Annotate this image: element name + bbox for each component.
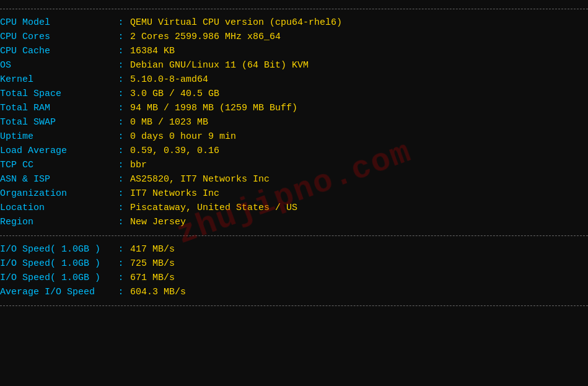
system-label-10: TCP CC <box>0 158 112 172</box>
system-info-table: CPU Model : QEMU Virtual CPU version (cp… <box>0 15 588 229</box>
table-row: Average I/O Speed : 604.3 MB/s <box>0 285 588 299</box>
table-row: ASN & ISP : AS25820, IT7 Networks Inc <box>0 172 588 186</box>
system-label-7: Total SWAP <box>0 115 112 129</box>
system-value-11: AS25820, IT7 Networks Inc <box>130 172 588 186</box>
io-colon-2: : <box>112 271 130 285</box>
system-value-4: 5.10.0-8-amd64 <box>130 72 588 87</box>
system-label-5: Total Space <box>0 87 112 101</box>
table-row: Total RAM : 94 MB / 1998 MB (1259 MB Buf… <box>0 101 588 115</box>
system-label-4: Kernel <box>0 72 112 87</box>
system-label-12: Organization <box>0 186 112 201</box>
system-colon-8: : <box>112 129 130 144</box>
table-row: CPU Cores : 2 Cores 2599.986 MHz x86_64 <box>0 30 588 44</box>
system-colon-6: : <box>112 101 130 115</box>
system-value-3: Debian GNU/Linux 11 (64 Bit) KVM <box>130 58 588 72</box>
table-row: I/O Speed( 1.0GB ) : 725 MB/s <box>0 257 588 271</box>
system-colon-3: : <box>112 58 130 72</box>
io-section: I/O Speed( 1.0GB ) : 417 MB/s I/O Speed(… <box>0 240 588 302</box>
system-label-6: Total RAM <box>0 101 112 115</box>
system-colon-4: : <box>112 72 130 87</box>
system-value-5: 3.0 GB / 40.5 GB <box>130 87 588 101</box>
system-value-14: New Jersey <box>130 215 588 229</box>
table-row: Kernel : 5.10.0-8-amd64 <box>0 72 588 87</box>
system-label-13: Location <box>0 201 112 215</box>
system-value-7: 0 MB / 1023 MB <box>130 115 588 129</box>
top-divider <box>0 9 588 9</box>
table-row: OS : Debian GNU/Linux 11 (64 Bit) KVM <box>0 58 588 72</box>
system-colon-11: : <box>112 172 130 186</box>
system-section: CPU Model : QEMU Virtual CPU version (cp… <box>0 13 588 232</box>
system-value-1: 2 Cores 2599.986 MHz x86_64 <box>130 30 588 44</box>
system-label-9: Load Average <box>0 144 112 158</box>
system-colon-1: : <box>112 30 130 44</box>
system-colon-5: : <box>112 87 130 101</box>
io-colon-3: : <box>112 285 130 299</box>
io-value-0: 417 MB/s <box>130 242 588 257</box>
system-label-3: OS <box>0 58 112 72</box>
table-row: Location : Piscataway, United States / U… <box>0 201 588 215</box>
system-label-14: Region <box>0 215 112 229</box>
io-label-0: I/O Speed( 1.0GB ) <box>0 242 112 257</box>
system-label-1: CPU Cores <box>0 30 112 44</box>
table-row: Organization : IT7 Networks Inc <box>0 186 588 201</box>
system-value-9: 0.59, 0.39, 0.16 <box>130 144 588 158</box>
system-value-0: QEMU Virtual CPU version (cpu64-rhel6) <box>130 15 588 30</box>
system-label-11: ASN & ISP <box>0 172 112 186</box>
table-row: I/O Speed( 1.0GB ) : 671 MB/s <box>0 271 588 285</box>
io-table: I/O Speed( 1.0GB ) : 417 MB/s I/O Speed(… <box>0 242 588 299</box>
io-colon-0: : <box>112 242 130 257</box>
system-value-6: 94 MB / 1998 MB (1259 MB Buff) <box>130 101 588 115</box>
system-value-2: 16384 KB <box>130 44 588 58</box>
system-value-10: bbr <box>130 158 588 172</box>
middle-divider <box>0 235 588 236</box>
system-colon-7: : <box>112 115 130 129</box>
system-colon-9: : <box>112 144 130 158</box>
table-row: TCP CC : bbr <box>0 158 588 172</box>
table-row: Region : New Jersey <box>0 215 588 229</box>
io-value-3: 604.3 MB/s <box>130 285 588 299</box>
system-value-8: 0 days 0 hour 9 min <box>130 129 588 144</box>
system-value-13: Piscataway, United States / US <box>130 201 588 215</box>
io-label-3: Average I/O Speed <box>0 285 112 299</box>
system-value-12: IT7 Networks Inc <box>130 186 588 201</box>
io-value-1: 725 MB/s <box>130 257 588 271</box>
io-label-2: I/O Speed( 1.0GB ) <box>0 271 112 285</box>
system-colon-0: : <box>112 15 130 30</box>
table-row: Uptime : 0 days 0 hour 9 min <box>0 129 588 144</box>
system-label-8: Uptime <box>0 129 112 144</box>
table-row: I/O Speed( 1.0GB ) : 417 MB/s <box>0 242 588 257</box>
system-label-0: CPU Model <box>0 15 112 30</box>
system-colon-12: : <box>112 186 130 201</box>
io-label-1: I/O Speed( 1.0GB ) <box>0 257 112 271</box>
table-row: Load Average : 0.59, 0.39, 0.16 <box>0 144 588 158</box>
io-value-2: 671 MB/s <box>130 271 588 285</box>
table-row: Total Space : 3.0 GB / 40.5 GB <box>0 87 588 101</box>
system-label-2: CPU Cache <box>0 44 112 58</box>
bottom-divider <box>0 305 588 306</box>
table-row: Total SWAP : 0 MB / 1023 MB <box>0 115 588 129</box>
system-colon-14: : <box>112 215 130 229</box>
system-colon-2: : <box>112 44 130 58</box>
io-colon-1: : <box>112 257 130 271</box>
system-colon-10: : <box>112 158 130 172</box>
table-row: CPU Model : QEMU Virtual CPU version (cp… <box>0 15 588 30</box>
system-colon-13: : <box>112 201 130 215</box>
table-row: CPU Cache : 16384 KB <box>0 44 588 58</box>
